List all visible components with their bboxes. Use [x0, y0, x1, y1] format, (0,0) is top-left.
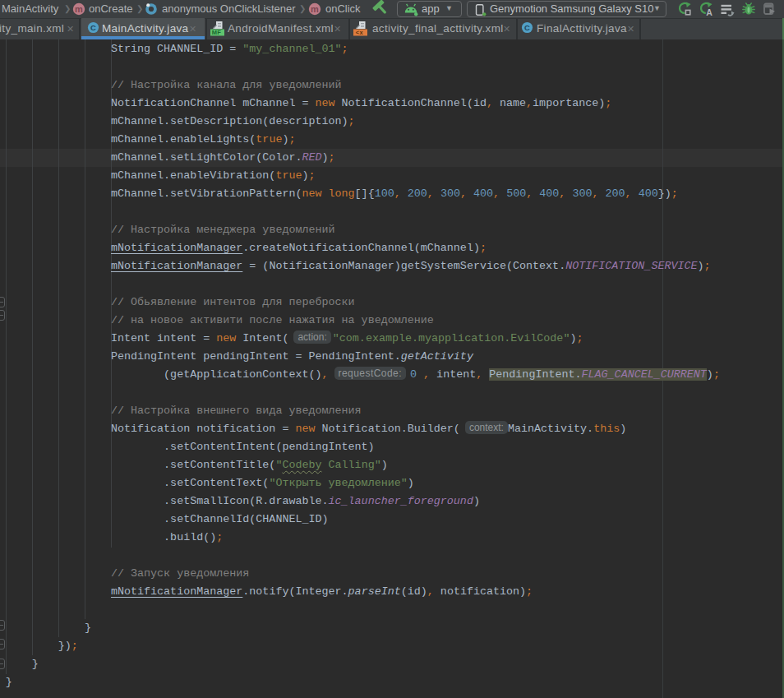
svg-text:MF: MF: [212, 29, 222, 36]
svg-text:A: A: [706, 7, 713, 16]
svg-text:C: C: [524, 24, 530, 32]
svg-text:C: C: [90, 24, 96, 32]
svg-text:m: m: [311, 4, 319, 14]
svg-text:m: m: [75, 4, 83, 14]
svg-text:<x: <x: [356, 29, 364, 36]
